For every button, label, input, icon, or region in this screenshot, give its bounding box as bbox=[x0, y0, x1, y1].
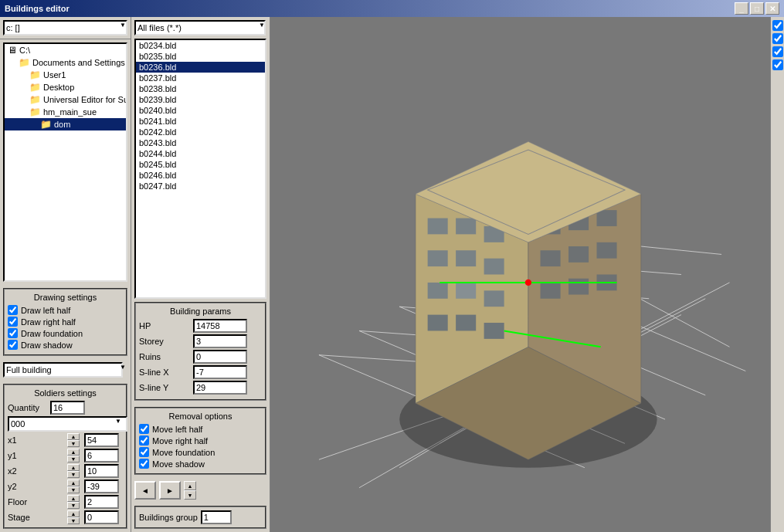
file-item[interactable]: b0243.bld bbox=[136, 137, 265, 148]
spin-up-Floor[interactable]: ▲ bbox=[67, 495, 80, 502]
checkbox-move_right_half[interactable] bbox=[139, 435, 149, 446]
folder-label: C:\ bbox=[19, 46, 30, 55]
tree-item-user1[interactable]: 📁User1 bbox=[5, 69, 126, 81]
file-item[interactable]: b0242.bld bbox=[136, 127, 265, 137]
spin-down-Floor[interactable]: ▼ bbox=[67, 502, 80, 509]
param-row-S-lineY: S-line Y bbox=[139, 381, 262, 395]
quantity-row: Quantity bbox=[8, 401, 123, 415]
param-row-Storey: Storey bbox=[139, 334, 262, 348]
checkbox-label-move_right_half: Move right half bbox=[152, 436, 208, 446]
coord-input-y2[interactable] bbox=[84, 479, 119, 493]
spin-up-x1[interactable]: ▲ bbox=[67, 433, 80, 440]
param-row-Ruins: Ruins bbox=[139, 350, 262, 364]
folder-label: Desktop bbox=[43, 83, 74, 92]
far-right-check-4[interactable] bbox=[772, 59, 783, 70]
checkbox-draw_shadow[interactable] bbox=[8, 340, 18, 350]
spin-down-Stage[interactable]: ▼ bbox=[67, 517, 80, 524]
spin-up-y1[interactable]: ▲ bbox=[67, 449, 80, 456]
coord-input-Floor[interactable] bbox=[84, 495, 119, 509]
checkbox-move_shadow[interactable] bbox=[139, 459, 149, 469]
coord-input-x1[interactable] bbox=[84, 433, 119, 447]
coord-label-y2: y2 bbox=[8, 482, 66, 491]
drive-select[interactable]: c: [] bbox=[3, 20, 127, 36]
viewport bbox=[270, 17, 770, 532]
param-input-Storey[interactable] bbox=[193, 334, 247, 348]
checkbox-label-move_foundation: Move foundation bbox=[152, 448, 215, 457]
svg-rect-39 bbox=[597, 242, 617, 259]
checkbox-move_left_half[interactable] bbox=[139, 424, 149, 434]
spin-up-x2[interactable]: ▲ bbox=[67, 464, 80, 471]
spin-down-x2[interactable]: ▼ bbox=[67, 471, 80, 478]
file-item[interactable]: b0237.bld bbox=[136, 73, 265, 83]
param-label: Ruins bbox=[139, 352, 193, 361]
file-item[interactable]: b0234.bld bbox=[136, 40, 265, 51]
removal-checkbox-row-move_left_half: Move left half bbox=[139, 424, 262, 434]
tree-item-c_root[interactable]: 🖥C:\ bbox=[5, 44, 126, 56]
far-right-check-2[interactable] bbox=[772, 33, 783, 44]
spin-down-x1[interactable]: ▼ bbox=[67, 440, 80, 447]
spin-down-button[interactable]: ▼ bbox=[184, 490, 196, 500]
file-item[interactable]: b0246.bld bbox=[136, 170, 265, 181]
tree-item-hm_main[interactable]: 📁hm_main_sue bbox=[5, 106, 126, 118]
maximize-button[interactable]: □ bbox=[750, 2, 764, 15]
coord-input-Stage[interactable] bbox=[84, 510, 119, 524]
file-list[interactable]: b0234.bldb0235.bldb0236.bldb0237.bldb023… bbox=[134, 39, 266, 299]
file-item[interactable]: b0238.bld bbox=[136, 83, 265, 94]
svg-rect-22 bbox=[428, 219, 448, 235]
file-item[interactable]: b0247.bld bbox=[136, 181, 265, 191]
param-input-S-lineY[interactable] bbox=[193, 381, 247, 395]
drawing-settings: Drawing settings Draw left halfDraw righ… bbox=[3, 288, 127, 356]
spin-down-y2[interactable]: ▼ bbox=[67, 486, 80, 493]
file-item[interactable]: b0236.bld bbox=[136, 62, 265, 73]
tree-item-dom[interactable]: 📁dom bbox=[5, 118, 126, 130]
close-button[interactable]: ✕ bbox=[765, 2, 779, 15]
file-item[interactable]: b0244.bld bbox=[136, 148, 265, 159]
far-right-check-3[interactable] bbox=[772, 46, 783, 57]
file-item[interactable]: b0245.bld bbox=[136, 159, 265, 170]
file-item[interactable]: b0240.bld bbox=[136, 105, 265, 116]
prev-button[interactable]: ◄ bbox=[134, 481, 156, 500]
next-button[interactable]: ► bbox=[159, 481, 181, 500]
building-mode-select[interactable]: Full buildingLeft halfRight halfFoundati… bbox=[3, 362, 123, 378]
file-item[interactable]: b0241.bld bbox=[136, 116, 265, 127]
checkbox-draw_right_half[interactable] bbox=[8, 317, 18, 327]
buildings-group-input[interactable] bbox=[201, 510, 232, 524]
right-panel bbox=[270, 17, 770, 532]
tree-item-desktop[interactable]: 📁Desktop bbox=[5, 81, 126, 93]
checkbox-label-move_left_half: Move left half bbox=[152, 425, 202, 434]
spin-up-Stage[interactable]: ▲ bbox=[67, 510, 80, 517]
param-input-Ruins[interactable] bbox=[193, 350, 247, 364]
removal-options: Removal options Move left halfMove right… bbox=[134, 407, 266, 475]
file-item[interactable]: b0235.bld bbox=[136, 51, 265, 62]
drive-select-wrap: c: [] bbox=[3, 20, 127, 36]
param-input-HP[interactable] bbox=[193, 319, 247, 333]
quantity-input[interactable] bbox=[50, 401, 85, 415]
coord-input-x2[interactable] bbox=[84, 464, 119, 478]
checkbox-label-draw_right_half: Draw right half bbox=[21, 317, 76, 327]
building-viewport-svg bbox=[270, 17, 770, 532]
param-input-S-lineX[interactable] bbox=[193, 365, 247, 379]
tree-item-universal[interactable]: 📁Universal Editor for Sust Gr... bbox=[5, 93, 126, 106]
minimize-button[interactable]: _ bbox=[735, 2, 748, 15]
tree-item-docs[interactable]: 📁Documents and Settings bbox=[5, 56, 126, 69]
spin-up-button[interactable]: ▲ bbox=[184, 481, 196, 490]
checkbox-draw_left_half[interactable] bbox=[8, 305, 18, 315]
svg-rect-30 bbox=[484, 290, 504, 307]
spin-up-y2[interactable]: ▲ bbox=[67, 479, 80, 486]
spin-down-y1[interactable]: ▼ bbox=[67, 456, 80, 463]
file-filter-select[interactable]: All files (*.*) bbox=[134, 20, 266, 36]
title-bar-buttons: _ □ ✕ bbox=[735, 2, 779, 15]
folder-icon: 📁 bbox=[29, 94, 41, 105]
far-right-check-1[interactable] bbox=[772, 20, 783, 31]
folder-tree[interactable]: 🖥C:\📁Documents and Settings📁User1📁Deskto… bbox=[3, 42, 127, 282]
drawing-checkbox-row-draw_shadow: Draw shadow bbox=[8, 340, 123, 350]
preset-select[interactable]: 000 bbox=[8, 416, 127, 432]
checkbox-draw_foundation[interactable] bbox=[8, 328, 18, 338]
checkbox-move_foundation[interactable] bbox=[139, 447, 149, 457]
param-label: S-line X bbox=[139, 368, 193, 377]
folder-icon: 📁 bbox=[29, 107, 41, 117]
file-item[interactable]: b0239.bld bbox=[136, 94, 265, 105]
coord-input-y1[interactable] bbox=[84, 449, 119, 463]
drawing-checkbox-row-draw_right_half: Draw right half bbox=[8, 317, 123, 327]
quantity-label: Quantity bbox=[8, 403, 50, 412]
